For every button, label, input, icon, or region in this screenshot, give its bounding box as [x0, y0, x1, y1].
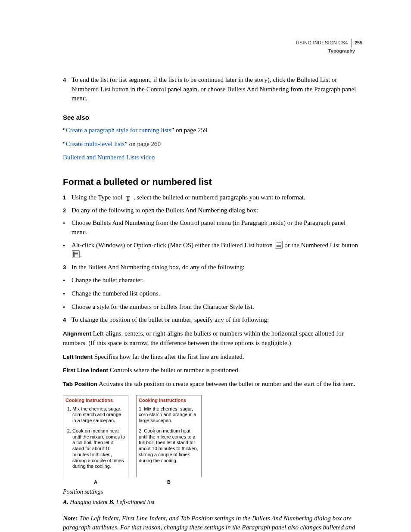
list-item: Mix the cherries, sugar, corn starch and… [139, 406, 199, 424]
figure-caption: Position settings [63, 488, 362, 496]
list-item: Cook on medium heat until the mixure com… [72, 428, 126, 470]
definition-text: Activates the tab position to create spa… [99, 380, 355, 387]
panel-title: Cooking Instructions [65, 398, 126, 404]
bullet-change-numbered: Change the numbered list options. [63, 289, 362, 299]
bullet-text: Change the bullet character. [72, 276, 362, 286]
text-segment: Alt-click (Windows) or Option-click (Mac… [72, 242, 274, 249]
definition-text: Specifies how far the lines after the fi… [94, 353, 244, 360]
header-section: Typography [63, 48, 362, 55]
section-heading: Format a bulleted or numbered list [63, 175, 362, 188]
figure-key: A. Hanging indent B. Left-aligned list [63, 498, 362, 507]
header-page-number: 255 [355, 40, 362, 47]
step-1: 1 Using the Type tool T , select the bul… [63, 193, 362, 202]
step-number: 3 [63, 263, 72, 272]
key-text: Hanging indent [68, 499, 109, 505]
figure-position-settings: Cooking Instructions Mix the cherries, s… [63, 395, 362, 507]
bulleted-list-icon [275, 241, 283, 249]
definition-first-line-indent: First Line Indent Controls where the bul… [63, 366, 362, 375]
link-quote-open: “ [63, 140, 66, 147]
bullet-alt-click: Alt-click (Windows) or Option-click (Mac… [63, 241, 362, 260]
header-product: USING INDESIGN CS4 [296, 40, 348, 47]
bullet-choose-style: Choose a style for the numbers or bullet… [63, 302, 362, 312]
step-4: 4 To change the position of the bullet o… [63, 315, 362, 325]
step-3: 3 In the Bullets And Numbering dialog bo… [63, 263, 362, 272]
bullet-change-bullet: Change the bullet character. [63, 276, 362, 286]
bullet-text: Choose a style for the numbers or bullet… [72, 302, 362, 312]
link-quote-open: “ [63, 127, 66, 134]
term: Left Indent [63, 354, 93, 360]
bullet-text: Alt-click (Windows) or Option-click (Mac… [72, 241, 362, 260]
see-also-heading: See also [63, 113, 362, 122]
text-segment: or the Numbered List button [283, 242, 358, 249]
panel-title: Cooking Instructions [139, 398, 199, 404]
term: First Line Indent [63, 367, 108, 373]
see-also-link-1: “Create a paragraph style for running li… [63, 126, 362, 135]
note-label: Note: [63, 515, 78, 522]
text-segment: Using the Type tool [72, 194, 124, 201]
key-text: Left-aligned list [115, 499, 155, 505]
bullet-text: Change the numbered list options. [72, 289, 362, 299]
term: Alignment [63, 330, 91, 337]
link-page-ref: ” on page 259 [171, 127, 208, 134]
key-label: B. [109, 499, 115, 505]
numbered-list-icon [72, 250, 80, 258]
link-page-ref: ” on page 260 [125, 140, 161, 147]
figure-panel-b: Cooking Instructions Mix the cherries, s… [136, 395, 202, 477]
bullet-text: Choose Bullets And Numbering from the Co… [72, 218, 362, 237]
bullet-choose-menu: Choose Bullets And Numbering from the Co… [63, 218, 362, 237]
step-text: Do any of the following to open the Bull… [72, 206, 362, 215]
text-segment: . [80, 251, 82, 258]
definition-tab-position: Tab Position Activates the tab position … [63, 380, 362, 389]
definition-text: Controls where the bullet or number is p… [110, 367, 240, 373]
note-block: Note: The Left Indent, First Line Indent… [63, 514, 362, 532]
link-multilevel-lists[interactable]: Create multi-level lists [66, 140, 125, 147]
step-text: In the Bullets And Numbering dialog box,… [72, 263, 362, 272]
bullet-icon [63, 302, 72, 312]
figure-label-b: B [136, 479, 202, 486]
see-also-link-2: “Create multi-level lists” on page 260 [63, 140, 362, 149]
link-running-lists[interactable]: Create a paragraph style for running lis… [66, 127, 171, 134]
bullet-icon [63, 289, 72, 299]
step-number: 4 [63, 75, 72, 103]
text-segment: , select the bulleted or numbered paragr… [132, 194, 305, 201]
key-label: A. [63, 499, 68, 505]
see-also-link-3: Bulleted and Numbered Lists video [63, 153, 362, 162]
list-item: Cook on medium heat until the mixure com… [139, 428, 199, 464]
step-text: To end the list (or list segment, if the… [72, 75, 362, 103]
bullet-icon [63, 218, 72, 237]
step-number: 1 [63, 193, 72, 202]
step-text: Using the Type tool T , select the bulle… [72, 193, 362, 202]
step-number: 4 [63, 315, 72, 325]
definition-alignment: Alignment Left-aligns, centers, or right… [63, 329, 362, 348]
term: Tab Position [63, 381, 97, 387]
figure-label-a: A [63, 479, 128, 486]
type-tool-icon: T [125, 196, 131, 202]
step-text: To change the position of the bullet or … [72, 315, 362, 325]
definition-left-indent: Left Indent Specifies how far the lines … [63, 352, 362, 362]
figure-panel-a: Cooking Instructions Mix the cherries, s… [63, 395, 128, 477]
list-item: Mix the cherries, sugar, corn starch and… [72, 406, 126, 424]
definition-text: Left-aligns, centers, or right-aligns th… [63, 330, 344, 346]
header-divider [351, 39, 352, 47]
note-text: The Left Indent, First Line Indent, and … [63, 515, 355, 532]
page-header: USING INDESIGN CS4 255 Typography [63, 39, 362, 55]
bullet-icon [63, 276, 72, 286]
continued-step-4: 4 To end the list (or list segment, if t… [63, 75, 362, 103]
bullet-icon [63, 241, 72, 260]
link-lists-video[interactable]: Bulleted and Numbered Lists video [63, 154, 155, 161]
step-2: 2 Do any of the following to open the Bu… [63, 206, 362, 215]
step-number: 2 [63, 206, 72, 215]
